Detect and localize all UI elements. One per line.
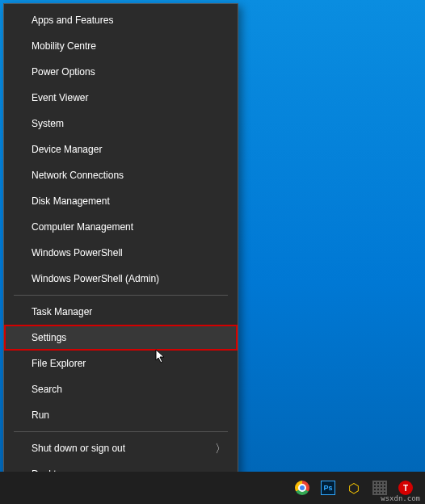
menu-item-run[interactable]: Run <box>4 402 238 428</box>
watermark-text: wsxdn.com <box>381 494 420 502</box>
menu-item-file-explorer[interactable]: File Explorer <box>4 351 238 376</box>
menu-item-apps-and-features[interactable]: Apps and Features <box>4 7 238 33</box>
menu-separator <box>14 295 228 296</box>
menu-item-system[interactable]: System <box>4 111 238 136</box>
menu-item-windows-powershell[interactable]: Windows PowerShell <box>4 240 238 266</box>
chrome-tray-icon[interactable] <box>292 478 312 498</box>
menu-item-power-options[interactable]: Power Options <box>4 59 238 85</box>
menu-item-computer-management[interactable]: Computer Management <box>4 214 238 240</box>
menu-item-network-connections[interactable]: Network Connections <box>4 162 238 188</box>
menu-item-task-manager[interactable]: Task Manager <box>4 299 238 325</box>
menu-item-disk-management[interactable]: Disk Management <box>4 188 238 214</box>
photoshop-tray-icon[interactable]: Ps <box>318 478 338 498</box>
winx-context-menu: Apps and Features Mobility Centre Power … <box>3 3 238 491</box>
chevron-right-icon: 〉 <box>215 443 226 454</box>
menu-item-device-manager[interactable]: Device Manager <box>4 136 238 162</box>
menu-item-windows-powershell-admin[interactable]: Windows PowerShell (Admin) <box>4 266 238 292</box>
package-tray-icon[interactable]: ⬡ <box>344 478 364 498</box>
menu-item-settings[interactable]: Settings <box>4 325 238 351</box>
menu-item-event-viewer[interactable]: Event Viewer <box>4 85 238 111</box>
menu-item-mobility-centre[interactable]: Mobility Centre <box>4 33 238 59</box>
menu-separator <box>14 431 228 432</box>
menu-item-shut-down-or-sign-out[interactable]: Shut down or sign out 〉 <box>4 435 238 461</box>
menu-item-search[interactable]: Search <box>4 376 238 402</box>
taskbar[interactable]: Ps ⬡ T <box>0 472 425 504</box>
